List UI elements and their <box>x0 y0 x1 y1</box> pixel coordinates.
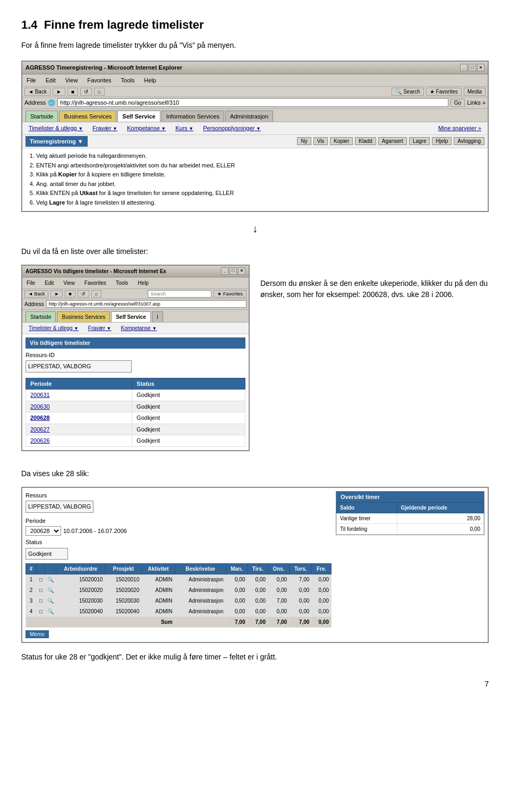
browser-title-1: AGRESSO Timeregistrering - Microsoft Int… <box>26 63 182 72</box>
menu-view-2[interactable]: View <box>61 278 77 287</box>
desc-right-text: Dersom du ønsker å se den enkelte ukeper… <box>260 278 489 300</box>
periode-200630[interactable]: 200630 <box>26 401 132 412</box>
row-chk-1[interactable]: □ <box>37 574 45 585</box>
submenu-timelister-2[interactable]: Timelister & utlegg <box>26 324 82 333</box>
tab-startside-2[interactable]: Startside <box>26 311 56 322</box>
kopier-button[interactable]: Kopier <box>330 137 353 145</box>
go-button-1[interactable]: Go <box>450 99 465 107</box>
table-row: 200626 Godkjent <box>26 435 245 447</box>
tab-self-service-1[interactable]: Self Service <box>117 111 160 122</box>
row-magnify-2[interactable]: 🔍 <box>45 585 56 596</box>
submenu-kurs[interactable]: Kurs <box>172 123 197 133</box>
sum-ons: 7,00 <box>268 617 290 628</box>
hjelp-button[interactable]: Hjelp <box>432 137 452 145</box>
periode-select[interactable]: 200628 <box>26 526 61 536</box>
maximize-btn[interactable]: □ <box>469 64 476 71</box>
row-magnify-3[interactable]: 🔍 <box>45 596 56 606</box>
back-button[interactable]: ◄ Back <box>24 88 50 96</box>
stop-button[interactable]: ■ <box>67 88 78 96</box>
lagre-button[interactable]: Lagre <box>409 137 430 145</box>
row-magnify-1[interactable]: 🔍 <box>45 574 56 585</box>
menu-help[interactable]: Help <box>142 75 158 86</box>
overview-box: Oversikt timer Saldo Gjeldende periode V… <box>336 491 484 536</box>
hours-row-4: 4 □ 🔍 15020040 15020040 ADMIN Administra… <box>26 606 332 617</box>
address-input-2[interactable] <box>46 300 246 308</box>
timelist-table: Periode Status 200631 Godkjent 200630 <box>26 378 245 447</box>
tab-business-services-1[interactable]: Business Services <box>59 111 116 122</box>
menu-favorites[interactable]: Favorites <box>85 75 113 86</box>
search-input-2[interactable] <box>148 290 211 298</box>
forward-button[interactable]: ► <box>53 88 65 96</box>
menu-file-2[interactable]: File <box>24 278 37 287</box>
favorites-button-2[interactable]: ★ Favorites <box>214 290 246 298</box>
refresh-button-2[interactable]: ↺ <box>78 290 89 298</box>
tirs-2: 0,00 <box>248 585 268 596</box>
menu-favorites-2[interactable]: Favorites <box>82 278 108 287</box>
tors-2: 0,00 <box>290 585 312 596</box>
submenu-kompetanse[interactable]: Kompetanse <box>124 123 169 133</box>
submenu-personopplysninger[interactable]: Personopplysninger <box>200 123 264 133</box>
periode-200627[interactable]: 200627 <box>26 424 132 435</box>
favorites-button[interactable]: ★ Favorites <box>426 88 462 96</box>
tab-administrasjon-1[interactable]: Administrasjon <box>225 111 273 122</box>
submenu-kompetanse-2[interactable]: Kompetanse <box>118 324 160 333</box>
menu-tools-2[interactable]: Tools <box>114 278 130 287</box>
submenu-fravar-2[interactable]: Fravær <box>85 324 115 333</box>
stop-button-2[interactable]: ■ <box>65 290 75 298</box>
periode-200626[interactable]: 200626 <box>26 435 132 447</box>
row-chk-4[interactable]: □ <box>37 606 45 617</box>
ressurs-label: Ressurs <box>26 491 332 500</box>
col-status: Status <box>132 378 245 390</box>
menu-file[interactable]: File <box>24 75 38 86</box>
resource-row: Ressurs LIPPESTAD, VALBORG <box>26 491 332 515</box>
overview-title: Oversikt timer <box>336 492 484 503</box>
tab-information-2[interactable]: I <box>152 311 163 322</box>
periode-200628[interactable]: 200628 <box>26 412 132 424</box>
memo-button[interactable]: Memo <box>26 630 49 638</box>
address-input-1[interactable] <box>57 98 448 107</box>
page-section-label-1: Timeregistrering ▼ <box>26 136 88 147</box>
submenu-timelister[interactable]: Timelister & utlegg <box>26 123 86 133</box>
close-btn-2[interactable]: × <box>238 267 245 275</box>
fre-3: 0,00 <box>312 596 332 606</box>
minimize-btn[interactable]: _ <box>460 64 468 71</box>
row-num-2: 2 <box>26 585 37 596</box>
row-num-1: 1 <box>26 574 37 585</box>
search-button[interactable]: 🔍 Search <box>392 88 423 96</box>
tab-business-services-2[interactable]: Business Services <box>57 311 110 322</box>
minimize-btn-2[interactable]: _ <box>221 267 228 275</box>
media-button[interactable]: Media <box>464 88 486 96</box>
menu-view[interactable]: View <box>63 75 80 86</box>
close-btn[interactable]: × <box>477 64 484 71</box>
menu-edit[interactable]: Edit <box>44 75 58 86</box>
menu-edit-2[interactable]: Edit <box>42 278 56 287</box>
row-chk-2[interactable]: □ <box>37 585 45 596</box>
aktivitet-1: ADMIN <box>142 574 175 585</box>
submenu-fravar[interactable]: Fravær <box>89 123 121 133</box>
menu-help-2[interactable]: Help <box>135 278 151 287</box>
browser-titlebar-2: AGRESSO Vis tidligere timelister - Micro… <box>22 266 249 277</box>
ons-3: 7,00 <box>268 596 290 606</box>
tab-self-service-2[interactable]: Self Service <box>111 311 151 322</box>
menu-tools[interactable]: Tools <box>119 75 137 86</box>
avlogging-button[interactable]: Avlogging <box>454 137 484 145</box>
overview-fordeling-value: 0,00 <box>397 524 484 535</box>
ny-button[interactable]: Ny <box>297 137 311 145</box>
overview-vanlige-label: Vanlige timer <box>337 513 397 524</box>
maximize-btn-2[interactable]: □ <box>230 267 237 275</box>
refresh-button[interactable]: ↺ <box>80 88 92 96</box>
periode-200631[interactable]: 200631 <box>26 390 132 401</box>
row-magnify-4[interactable]: 🔍 <box>45 606 56 617</box>
row-chk-3[interactable]: □ <box>37 596 45 606</box>
tab-startside-1[interactable]: Startside <box>26 111 58 122</box>
agansert-button[interactable]: Agansert <box>378 137 407 145</box>
tab-information-services-1[interactable]: Information Services <box>162 111 224 122</box>
forward-button-2[interactable]: ► <box>50 290 63 298</box>
kladd-button[interactable]: Kladd <box>355 137 376 145</box>
home-button-2[interactable]: ⌂ <box>91 290 101 298</box>
back-button-2[interactable]: ◄ Back <box>24 290 48 298</box>
mine-snarveier[interactable]: Mine snarveier » <box>435 123 484 133</box>
home-button[interactable]: ⌂ <box>94 88 105 96</box>
table-row: 200630 Godkjent <box>26 401 245 412</box>
vis-button[interactable]: Vis <box>313 137 328 145</box>
